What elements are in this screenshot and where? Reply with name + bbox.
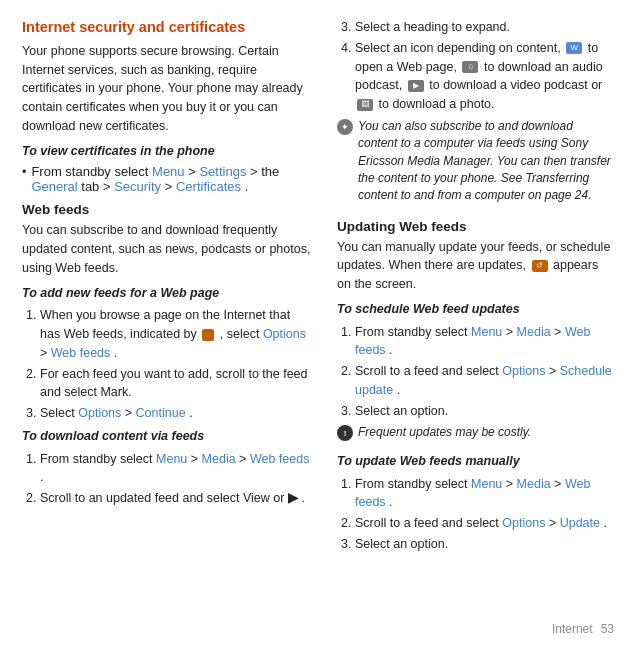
add-step3: Select Options > Continue .: [40, 404, 311, 423]
download-steps: From standby select Menu > Media > Web f…: [22, 450, 311, 508]
two-column-layout: Internet security and certificates Your …: [22, 18, 614, 614]
add-feeds-title: To add new feeds for a Web page: [22, 284, 311, 303]
warn-bullet: ! Frequent updates may be costly.: [337, 424, 614, 447]
manual-step1: From standby select Menu > Media > Web f…: [355, 475, 614, 513]
cert-bullet-text: From standby select Menu > Settings > th…: [31, 164, 311, 194]
update-manual-title: To update Web feeds manually: [337, 452, 614, 471]
dl-media-link: Media: [202, 452, 236, 466]
update-link: Update: [560, 516, 600, 530]
dl-step1: From standby select Menu > Media > Web f…: [40, 450, 311, 488]
sched-step1: From standby select Menu > Media > Web f…: [355, 323, 614, 361]
cert-section-title: To view certificates in the phone: [22, 142, 311, 161]
schedule-title: To schedule Web feed updates: [337, 300, 614, 319]
download-title: To download content via feeds: [22, 427, 311, 446]
sched-options-link: Options: [502, 364, 545, 378]
cert-general-link: General: [31, 179, 77, 194]
webfeeds-heading: Web feeds: [22, 202, 311, 217]
manual-options-link: Options: [502, 516, 545, 530]
footer-page: 53: [601, 622, 614, 636]
bullet-dot-cert: •: [22, 165, 26, 179]
dl-menu-link: Menu: [156, 452, 187, 466]
webfeeds-intro: You can subscribe to and download freque…: [22, 221, 311, 277]
audio-icon: ♫: [462, 61, 478, 73]
dl-step2: Scroll to an updated feed and select Vie…: [40, 489, 311, 508]
manual-step2: Scroll to a feed and select Options > Up…: [355, 514, 614, 533]
cert-menu-link: Menu: [152, 164, 185, 179]
add-options2-link: Options: [78, 406, 121, 420]
add-step1: When you browse a page on the Internet t…: [40, 306, 311, 362]
rss-icon: [202, 329, 214, 341]
cert-bullet-item: • From standby select Menu > Settings > …: [22, 164, 311, 194]
cert-security-link: Security: [114, 179, 161, 194]
sched-media-link: Media: [517, 325, 551, 339]
intro-text: Your phone supports secure browsing. Cer…: [22, 42, 311, 136]
footer-label: Internet: [552, 622, 593, 636]
sched-step2: Scroll to a feed and select Options > Sc…: [355, 362, 614, 400]
right-column: Select a heading to expand. Select an ic…: [327, 18, 614, 614]
warn-icon: !: [337, 425, 353, 441]
info-icon: ✦: [337, 119, 353, 135]
dl-webfeeds-link: Web feeds: [250, 452, 310, 466]
right-steps-top: Select a heading to expand. Select an ic…: [337, 18, 614, 114]
manual-step3: Select an option.: [355, 535, 614, 554]
add-feeds-steps: When you browse a page on the Internet t…: [22, 306, 311, 423]
right-step4: Select an icon depending on content, W t…: [355, 39, 614, 114]
note-bullet: ✦ You can also subscribe to and download…: [337, 118, 614, 211]
cert-certificates-link: Certificates: [176, 179, 241, 194]
cert-settings-link: Settings: [199, 164, 246, 179]
sched-step3: Select an option.: [355, 402, 614, 421]
video-icon: ▶: [408, 80, 424, 92]
continue-link: Continue: [136, 406, 186, 420]
left-column: Internet security and certificates Your …: [22, 18, 327, 614]
note-text: You can also subscribe to and download c…: [358, 118, 614, 205]
manual-steps: From standby select Menu > Media > Web f…: [337, 475, 614, 554]
schedule-steps: From standby select Menu > Media > Web f…: [337, 323, 614, 421]
warn-text: Frequent updates may be costly.: [358, 424, 531, 441]
dl-arrow: ▶: [288, 491, 298, 505]
update-icon: ↺: [532, 260, 548, 272]
add-options-link: Options: [263, 327, 306, 341]
web-icon: W: [566, 42, 582, 54]
add-webfeeds-link: Web feeds: [51, 346, 111, 360]
manual-media-link: Media: [517, 477, 551, 491]
add-step2: For each feed you want to add, scroll to…: [40, 365, 311, 403]
update-heading: Updating Web feeds: [337, 219, 614, 234]
photo-icon: 🖼: [357, 99, 373, 111]
update-intro: You can manually update your feeds, or s…: [337, 238, 614, 294]
sched-menu-link: Menu: [471, 325, 502, 339]
svg-text:!: !: [344, 429, 347, 438]
manual-menu-link: Menu: [471, 477, 502, 491]
page-footer: Internet 53: [22, 622, 614, 636]
page: Internet security and certificates Your …: [0, 0, 636, 650]
left-heading: Internet security and certificates: [22, 18, 311, 37]
right-step3: Select a heading to expand.: [355, 18, 614, 37]
